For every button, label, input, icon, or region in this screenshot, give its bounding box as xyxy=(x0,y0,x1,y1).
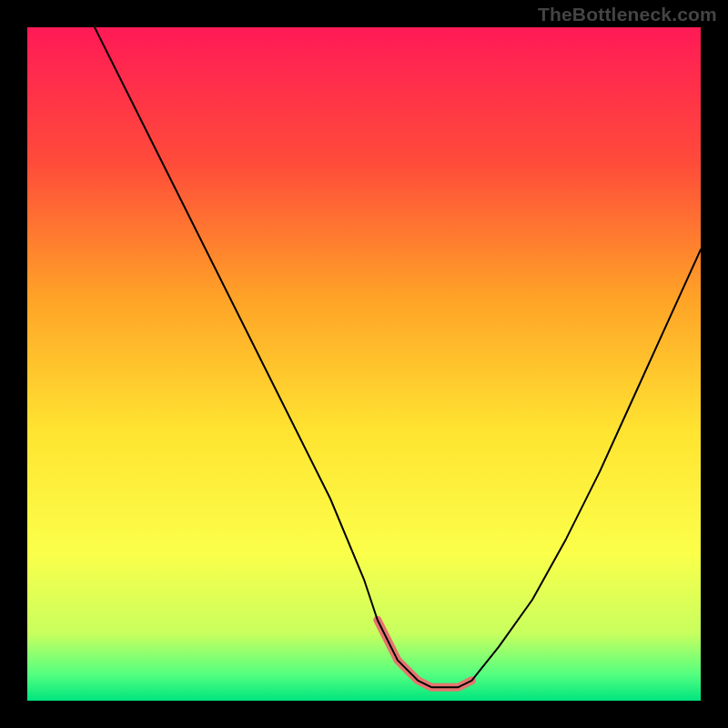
gradient-background xyxy=(27,27,701,701)
chart-svg xyxy=(27,27,701,701)
chart-frame: TheBottleneck.com xyxy=(0,0,728,728)
plot-area xyxy=(27,27,701,701)
watermark-label: TheBottleneck.com xyxy=(538,4,717,25)
